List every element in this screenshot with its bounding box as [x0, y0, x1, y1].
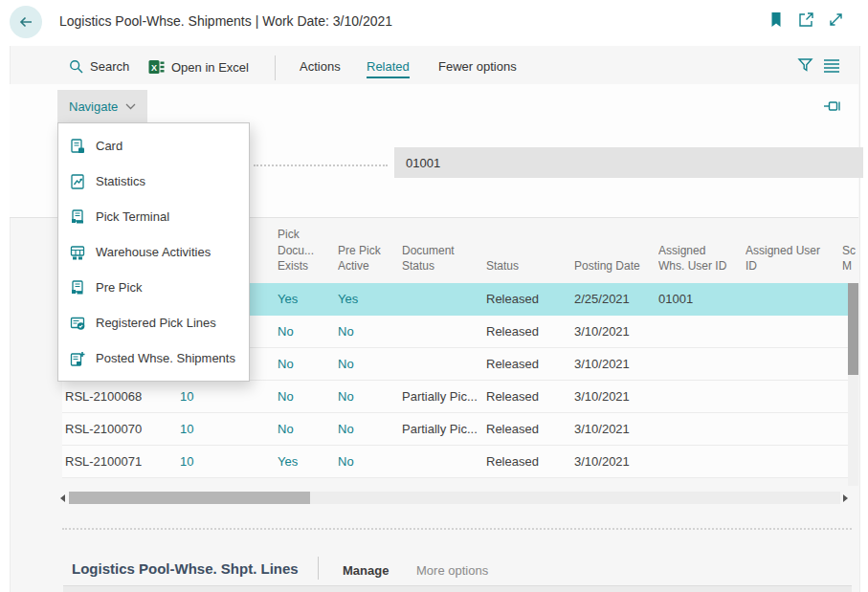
cell-pick-document-exists[interactable]: No	[278, 348, 294, 380]
table-row[interactable]: RSL-2100071 10 Yes No Released 3/10/2021	[62, 446, 849, 478]
menu-item-statistics[interactable]: Statistics	[58, 164, 249, 199]
back-button[interactable]	[10, 6, 42, 38]
back-arrow-icon	[17, 13, 34, 31]
part-title-divider	[318, 557, 319, 580]
cell-lines-link[interactable]: 10	[180, 381, 193, 412]
menu-item-label: Pick Terminal	[96, 209, 169, 224]
page-title: Logistics Pool-Whse. Shipments | Work Da…	[59, 13, 392, 29]
column-header-pre-pick-active[interactable]: Pre Pick Active	[338, 224, 395, 274]
column-header-truncated[interactable]: Sc M	[842, 224, 858, 274]
cell-posting-date: 3/10/2021	[574, 316, 630, 347]
menu-item-pick-terminal[interactable]: Pick Terminal	[58, 199, 249, 234]
part-dotted-separator	[62, 528, 852, 530]
cell-posting-date: 3/10/2021	[574, 446, 630, 477]
assigned-whs-user-id-filter-input[interactable]	[394, 147, 863, 178]
actions-label: Actions	[300, 59, 341, 74]
cell-pre-pick-active[interactable]: No	[338, 316, 354, 347]
cell-pick-document-exists[interactable]: Yes	[278, 446, 298, 477]
related-menu-button[interactable]: Related	[367, 59, 410, 78]
more-options-button[interactable]: More options	[416, 563, 488, 578]
pin-filter-pane-icon[interactable]	[823, 99, 840, 116]
vertical-scrollbar-thumb[interactable]	[848, 283, 858, 375]
menu-item-label: Posted Whse. Shipments	[96, 351, 235, 365]
cell-pre-pick-active[interactable]: No	[338, 381, 354, 412]
actions-menu-button[interactable]: Actions	[300, 59, 341, 74]
cell-pre-pick-active[interactable]: No	[338, 446, 354, 477]
chevron-down-icon	[125, 103, 136, 110]
lines-grid-top-strip	[63, 585, 852, 592]
cell-pick-document-exists[interactable]: Yes	[278, 283, 298, 315]
open-in-excel-label: Open in Excel	[171, 60, 249, 75]
column-header-posting-date[interactable]: Posting Date	[574, 224, 651, 274]
cell-no: RSL-2100070	[65, 413, 142, 445]
menu-item-label: Statistics	[96, 174, 145, 188]
registered-pick-lines-icon	[70, 316, 85, 331]
fewer-options-button[interactable]: Fewer options	[438, 59, 517, 74]
cell-posting-date: 2/25/2021	[574, 283, 630, 315]
manage-menu-button[interactable]: Manage	[343, 563, 389, 578]
navigate-dropdown-button[interactable]: Navigate	[57, 90, 147, 122]
cell-posting-date: 3/10/2021	[574, 381, 630, 412]
excel-icon: X	[148, 59, 165, 75]
menu-item-label: Warehouse Activities	[96, 245, 211, 259]
open-in-new-window-icon[interactable]	[798, 11, 815, 29]
column-header-assigned-whs-user-id[interactable]: Assigned Whs. User ID	[658, 224, 739, 274]
cell-status: Released	[486, 446, 539, 477]
search-button[interactable]: Search	[69, 59, 129, 74]
cell-lines-link[interactable]: 10	[180, 446, 193, 477]
menu-item-warehouse-activities[interactable]: Warehouse Activities	[58, 234, 249, 270]
cell-status: Released	[486, 348, 539, 380]
filter-icon[interactable]	[797, 57, 814, 75]
cell-no: RSL-2100068	[65, 381, 142, 412]
cell-status: Released	[486, 381, 539, 412]
cell-document-status: Partially Pic...	[402, 381, 484, 412]
list-view-options-icon[interactable]	[823, 58, 840, 76]
column-header-document-status[interactable]: Document Status	[402, 224, 480, 274]
fewer-options-label: Fewer options	[438, 59, 517, 74]
menu-item-pre-pick[interactable]: Pre Pick	[58, 270, 249, 305]
cell-pre-pick-active[interactable]: No	[338, 348, 354, 380]
filter-field-leader	[254, 155, 388, 166]
posted-whse-shipments-icon	[70, 351, 85, 366]
column-header-assigned-user-id[interactable]: Assigned User ID	[746, 224, 834, 274]
navigate-dropdown-menu: Card Statistics Pick Terminal Warehouse …	[57, 122, 250, 382]
hscroll-left-arrow-icon[interactable]	[60, 494, 65, 502]
menu-item-label: Card	[96, 139, 122, 153]
column-header-status[interactable]: Status	[486, 224, 553, 274]
cell-status: Released	[486, 316, 539, 347]
menu-item-registered-pick-lines[interactable]: Registered Pick Lines	[58, 305, 249, 340]
svg-text:X: X	[151, 63, 157, 73]
bookmark-icon[interactable]	[768, 11, 786, 29]
navigate-label: Navigate	[69, 99, 118, 114]
card-icon	[70, 139, 85, 154]
pick-terminal-icon	[70, 209, 85, 225]
horizontal-scrollbar-thumb[interactable]	[69, 492, 310, 504]
cell-pick-document-exists[interactable]: No	[278, 316, 294, 347]
table-row[interactable]: RSL-2100068 10 No No Partially Pic... Re…	[62, 381, 849, 413]
hscroll-right-arrow-icon[interactable]	[843, 494, 848, 502]
menu-item-posted-whse-shipments[interactable]: Posted Whse. Shipments	[58, 340, 249, 376]
menu-item-label: Pre Pick	[96, 280, 142, 295]
search-icon	[69, 59, 83, 74]
lines-part-title: Logistics Pool-Whse. Shpt. Lines	[72, 560, 299, 577]
cell-no: RSL-2100071	[65, 446, 142, 477]
cell-pick-document-exists[interactable]: No	[278, 413, 294, 445]
expand-icon[interactable]	[828, 11, 845, 29]
column-header-pick-document-exists[interactable]: Pick Docu... Exists	[278, 224, 333, 274]
table-row[interactable]: RSL-2100070 10 No No Partially Pic... Re…	[62, 413, 849, 446]
cell-assigned-whs-user-id: 01001	[658, 283, 693, 315]
related-label: Related	[367, 59, 410, 78]
cell-pick-document-exists[interactable]: No	[278, 381, 294, 412]
toolbar-divider	[275, 55, 276, 80]
warehouse-activities-icon	[70, 245, 85, 260]
menu-item-label: Registered Pick Lines	[96, 316, 216, 330]
menu-item-card[interactable]: Card	[58, 128, 249, 164]
statistics-icon	[70, 174, 85, 189]
open-in-excel-button[interactable]: X Open in Excel	[148, 59, 249, 75]
cell-pre-pick-active[interactable]: No	[338, 413, 354, 445]
cell-posting-date: 3/10/2021	[574, 413, 630, 445]
search-label: Search	[90, 59, 129, 74]
cell-posting-date: 3/10/2021	[574, 348, 630, 380]
cell-lines-link[interactable]: 10	[180, 413, 193, 445]
cell-pre-pick-active[interactable]: Yes	[338, 283, 358, 315]
